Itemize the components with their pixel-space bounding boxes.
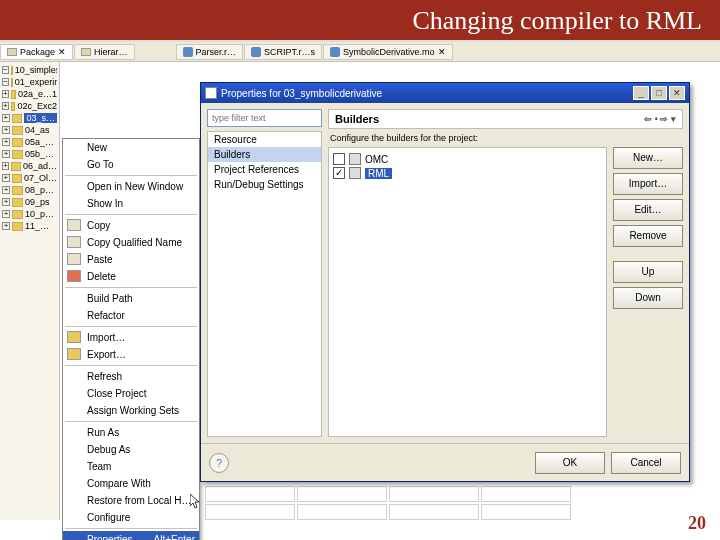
menu-item[interactable]: Paste	[63, 251, 199, 268]
remove-button[interactable]: Remove	[613, 225, 683, 247]
package-item[interactable]: +04_as	[2, 124, 57, 136]
filter-input[interactable]	[207, 109, 322, 127]
close-icon[interactable]: ✕	[438, 47, 446, 57]
package-item[interactable]: +05a_…	[2, 136, 57, 148]
menu-item[interactable]: Copy Qualified Name	[63, 234, 199, 251]
menu-item-properties[interactable]: PropertiesAlt+Enter	[63, 531, 199, 540]
package-explorer[interactable]: −10_simplesm−01_experime+02a_e…1+02c_Exc…	[0, 62, 60, 520]
property-category-list[interactable]: Resource Builders Project References Run…	[207, 131, 322, 437]
gear-icon	[349, 153, 361, 165]
package-item[interactable]: +03_s…	[2, 112, 57, 124]
slide-page-number: 20	[688, 513, 706, 534]
dialog-title: Properties for 03_symbolicderivative	[221, 88, 382, 99]
editor-tab[interactable]: SCRIPT.r…s	[244, 44, 322, 60]
ok-button[interactable]: OK	[535, 452, 605, 474]
context-menu: NewGo ToOpen in New WindowShow InCopyCop…	[62, 138, 200, 540]
menu-item[interactable]: Compare With	[63, 475, 199, 492]
menu-item[interactable]: Go To	[63, 156, 199, 173]
minimize-button[interactable]: _	[633, 86, 649, 100]
menu-item[interactable]: Run As	[63, 424, 199, 441]
builder-row-omc[interactable]: OMC	[333, 152, 602, 166]
slide-title: Changing compiler to RML	[0, 0, 720, 42]
section-header: Builders ⇦ • ⇨ ▾	[328, 109, 683, 129]
menu-item[interactable]: Export…	[63, 346, 199, 363]
menu-item[interactable]: Team	[63, 458, 199, 475]
package-item[interactable]: +10_p…	[2, 208, 57, 220]
up-button[interactable]: Up	[613, 261, 683, 283]
help-button[interactable]: ?	[209, 453, 229, 473]
menu-item[interactable]: Show In	[63, 195, 199, 212]
builder-row-rml[interactable]: RML	[333, 166, 602, 180]
menu-item[interactable]: Debug As	[63, 441, 199, 458]
checkbox[interactable]	[333, 167, 345, 179]
import-button[interactable]: Import…	[613, 173, 683, 195]
menu-item[interactable]: Close Project	[63, 385, 199, 402]
mouse-cursor-icon	[190, 494, 202, 510]
menu-item[interactable]: Build Path	[63, 290, 199, 307]
menu-item[interactable]: Import…	[63, 329, 199, 346]
package-item[interactable]: +06_ad…	[2, 160, 57, 172]
cancel-button[interactable]: Cancel	[611, 452, 681, 474]
package-item[interactable]: +09_ps	[2, 196, 57, 208]
menu-item[interactable]: Refresh	[63, 368, 199, 385]
package-item[interactable]: +02c_Exc2	[2, 100, 57, 112]
close-icon[interactable]: ✕	[58, 47, 66, 57]
view-tab-hierarchy[interactable]: Hierar…	[74, 44, 135, 60]
menu-item[interactable]: Assign Working Sets	[63, 402, 199, 419]
category-item[interactable]: Builders	[208, 147, 321, 162]
properties-dialog: Properties for 03_symbolicderivative _ □…	[200, 82, 690, 482]
category-item[interactable]: Resource	[208, 132, 321, 147]
close-button[interactable]: ✕	[669, 86, 685, 100]
editor-tab[interactable]: Parser.r…	[176, 44, 244, 60]
menu-item[interactable]: Configure	[63, 509, 199, 526]
category-item[interactable]: Run/Debug Settings	[208, 177, 321, 192]
package-item[interactable]: +11_…	[2, 220, 57, 232]
package-item[interactable]: +08_p…	[2, 184, 57, 196]
menu-item[interactable]: Restore from Local H…	[63, 492, 199, 509]
menu-item[interactable]: Refactor	[63, 307, 199, 324]
dialog-titlebar[interactable]: Properties for 03_symbolicderivative _ □…	[201, 83, 689, 103]
menu-item[interactable]: Delete	[63, 268, 199, 285]
package-item[interactable]: −01_experime	[2, 76, 57, 88]
menu-item[interactable]: Copy	[63, 217, 199, 234]
package-item[interactable]: +02a_e…1	[2, 88, 57, 100]
view-tab-package[interactable]: Package✕	[0, 44, 73, 60]
section-description: Configure the builders for the project:	[328, 129, 683, 147]
editor-tab[interactable]: SymbolicDerivative.mo✕	[323, 44, 453, 60]
maximize-button[interactable]: □	[651, 86, 667, 100]
menu-item[interactable]: Open in New Window	[63, 178, 199, 195]
builders-list[interactable]: OMC RML	[328, 147, 607, 437]
new-button[interactable]: New…	[613, 147, 683, 169]
package-item[interactable]: −10_simplesm	[2, 64, 57, 76]
package-item[interactable]: +05b_…	[2, 148, 57, 160]
down-button[interactable]: Down	[613, 287, 683, 309]
edit-button[interactable]: Edit…	[613, 199, 683, 221]
checkbox[interactable]	[333, 153, 345, 165]
editor-tab-bar: Package✕ Hierar… Parser.r… SCRIPT.r…s Sy…	[0, 42, 720, 62]
collapse-icon[interactable]: ⇦ • ⇨ ▾	[644, 114, 676, 124]
gear-icon	[349, 167, 361, 179]
background-grid	[205, 486, 675, 522]
package-item[interactable]: +07_Ol…	[2, 172, 57, 184]
menu-item[interactable]: New	[63, 139, 199, 156]
category-item[interactable]: Project References	[208, 162, 321, 177]
window-icon	[205, 87, 217, 99]
